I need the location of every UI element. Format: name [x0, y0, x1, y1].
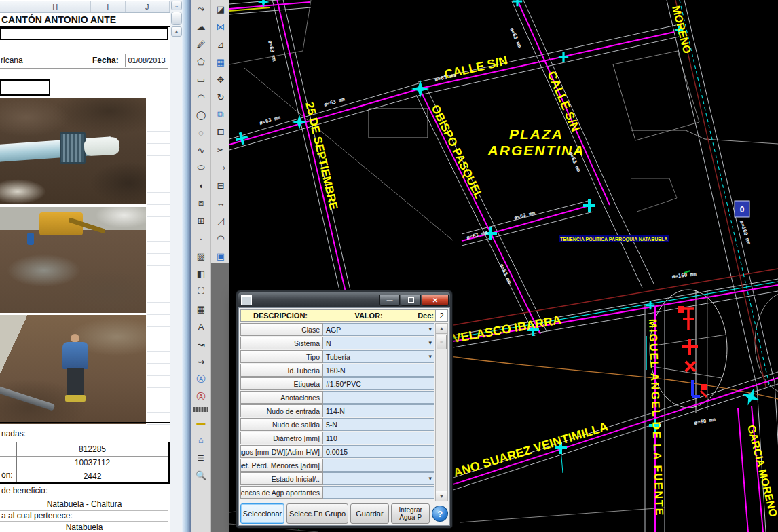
- svg-text:ø=63 mm: ø=63 mm: [508, 26, 523, 49]
- minimize-button[interactable]: —: [379, 294, 400, 306]
- scroll-thumb[interactable]: [171, 12, 182, 25]
- dialog-scroll-down[interactable]: ▼: [436, 491, 447, 501]
- integrar-agua-button[interactable]: Integrar Agua P: [391, 504, 430, 524]
- dialog-scroll-thumb[interactable]: ≡: [437, 335, 447, 349]
- field-label: Diámetro [mm]: [240, 432, 323, 444]
- maximize-button[interactable]: [401, 294, 421, 306]
- break-icon[interactable]: ⊟: [212, 176, 229, 194]
- dropdown-arrow-icon[interactable]: ▾: [428, 326, 432, 332]
- column-header-partial[interactable]: [0, 1, 20, 12]
- elevation-value[interactable]: 2442: [17, 470, 168, 482]
- tenencia-label: TENENCIA POLITICA PARROQUIA NATABUELA: [559, 235, 669, 242]
- field-value[interactable]: [323, 486, 434, 499]
- seleccionar-button[interactable]: Seleccionar: [240, 504, 284, 524]
- revision-cloud-icon[interactable]: ☁: [192, 18, 210, 35]
- sheet-title-cell[interactable]: CANTÓN ANTONIO ANTE: [0, 13, 170, 27]
- field-value[interactable]: 0.0015: [323, 445, 434, 458]
- field-value[interactable]: #1.50*PVC: [323, 377, 434, 390]
- close-button[interactable]: ✕: [422, 294, 449, 306]
- scroll-up-button[interactable]: ▲: [171, 26, 182, 37]
- hatch-icon[interactable]: ▨: [192, 247, 210, 265]
- fecha-value[interactable]: 01/08/2013: [125, 54, 168, 66]
- polygon-icon[interactable]: ⬠: [192, 53, 210, 71]
- dialog-scroll-track[interactable]: [436, 350, 447, 491]
- field-value[interactable]: N▾: [323, 337, 434, 349]
- rotate-icon[interactable]: ↻: [212, 88, 229, 106]
- field-value[interactable]: ▾: [323, 472, 434, 485]
- node-id-box[interactable]: 0: [735, 201, 749, 217]
- ellipse-arc-icon[interactable]: ◖: [192, 176, 210, 194]
- table-icon[interactable]: ▦: [192, 300, 210, 318]
- sheet-title: CANTÓN ANTONIO ANTE: [1, 14, 116, 25]
- field-value[interactable]: [323, 391, 434, 404]
- polyline-icon[interactable]: ⤳: [192, 0, 210, 18]
- field-value[interactable]: Tubería▾: [323, 350, 434, 363]
- column-header-J[interactable]: J: [126, 1, 170, 12]
- move-icon[interactable]: ✥: [212, 71, 229, 88]
- scroll-split-handle[interactable]: ⌄: [171, 1, 182, 10]
- field-value[interactable]: AGP▾: [323, 323, 434, 336]
- column-header-row[interactable]: H I J: [0, 1, 170, 13]
- multileader-icon[interactable]: ⇝: [192, 353, 210, 370]
- dialog-scroll-up[interactable]: ▲: [436, 324, 447, 334]
- circle-icon[interactable]: ◯: [192, 106, 210, 124]
- erase-icon[interactable]: ◪: [212, 0, 229, 18]
- guardar-button[interactable]: Guardar: [350, 504, 389, 524]
- lengthen-icon[interactable]: ↔: [212, 194, 229, 212]
- solid-3d-icon[interactable]: ▣: [212, 247, 229, 265]
- create-block-icon[interactable]: ⊞: [192, 212, 210, 229]
- field-value[interactable]: 160-N: [323, 364, 434, 377]
- rectangle-icon[interactable]: ▭: [192, 71, 210, 88]
- foto-header-cell[interactable]: [0, 79, 50, 96]
- annotation-add-icon[interactable]: Ⓐ: [192, 370, 210, 388]
- empty-band-cell[interactable]: [0, 27, 168, 40]
- annotation-delete-icon[interactable]: Ⓐ: [192, 388, 210, 406]
- stamp-icon[interactable]: 🖉: [192, 35, 210, 53]
- chamfer-icon[interactable]: ◿: [212, 212, 229, 229]
- trim-icon[interactable]: ✂: [212, 141, 229, 159]
- field-value[interactable]: 5-N: [323, 418, 434, 431]
- coord-x-value[interactable]: 812285: [17, 442, 168, 456]
- ellipse-icon[interactable]: ⬭: [192, 159, 210, 176]
- field-value[interactable]: 114-N: [323, 404, 434, 417]
- field-value[interactable]: [323, 459, 434, 472]
- extend-icon[interactable]: ⤏: [212, 159, 229, 176]
- fillet-icon[interactable]: ◠: [212, 229, 229, 247]
- coords-header-row: nadas:: [0, 422, 170, 444]
- svg-text:ø=160 mm: ø=160 mm: [739, 220, 752, 246]
- zoom-object-icon[interactable]: 🔍: [192, 466, 210, 484]
- dialog-titlebar[interactable]: — ✕: [238, 292, 450, 307]
- svg-text:ø=63 mm: ø=63 mm: [466, 229, 488, 241]
- dropdown-arrow-icon[interactable]: ▾: [428, 339, 432, 346]
- multiline-text-icon[interactable]: A: [192, 318, 210, 335]
- scale-icon[interactable]: ⧉: [212, 106, 229, 124]
- field-value[interactable]: 110: [323, 432, 434, 444]
- leader-icon[interactable]: ↝: [192, 335, 210, 353]
- column-header-I[interactable]: I: [91, 1, 126, 12]
- selecc-en-grupo-button[interactable]: Selecc.En Grupo: [286, 504, 348, 524]
- dimension-style-icon[interactable]: ⌂: [192, 431, 210, 449]
- coord-y-value[interactable]: 10037112: [17, 456, 168, 470]
- excel-vertical-scrollbar[interactable]: ⌄ ▲: [170, 0, 183, 532]
- insert-block-icon[interactable]: ⧈: [192, 194, 210, 212]
- dialog-scrollbar[interactable]: ▲ ≡ ▼: [435, 323, 448, 501]
- dropdown-arrow-icon[interactable]: ▾: [428, 475, 432, 482]
- column-header-H[interactable]: H: [20, 1, 91, 12]
- beneficio-value-row[interactable]: Natabuela - Chaltura: [0, 497, 168, 511]
- mirror-icon[interactable]: ⋈: [212, 18, 229, 35]
- point-icon[interactable]: ·: [192, 229, 210, 247]
- arc-icon[interactable]: ◠: [192, 88, 210, 106]
- help-button[interactable]: ?: [432, 506, 448, 522]
- region-icon[interactable]: ⛶: [192, 282, 210, 300]
- copy-icon[interactable]: ⧠: [212, 124, 229, 141]
- offset-icon[interactable]: ⊿: [212, 35, 229, 53]
- dec-value[interactable]: 2: [436, 309, 448, 322]
- sheet-list-icon[interactable]: ≣: [192, 449, 210, 466]
- pertenece-value-row[interactable]: Natabuela: [0, 521, 168, 532]
- dropdown-arrow-icon[interactable]: ▾: [428, 353, 432, 360]
- donut-icon[interactable]: ◌: [192, 124, 210, 141]
- dimension-linear-icon[interactable]: ▬: [192, 413, 210, 431]
- array-icon[interactable]: ▦: [212, 53, 229, 71]
- spline-icon[interactable]: ∿: [192, 141, 210, 159]
- gradient-icon[interactable]: ◧: [192, 265, 210, 282]
